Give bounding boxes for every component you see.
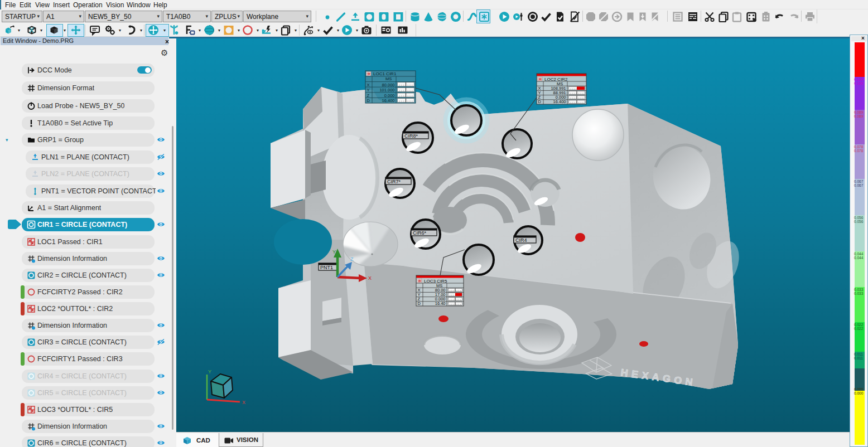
svg-text:PNT1: PNT1	[320, 265, 333, 270]
svg-text:MS: MS	[385, 76, 392, 81]
svg-text:16.400: 16.400	[382, 98, 395, 103]
svg-text:LOC2 CIR2: LOC2 CIR2	[544, 77, 568, 82]
svg-text:101.000: 101.000	[379, 88, 394, 93]
svg-text:CIR6*: CIR6*	[413, 230, 427, 236]
svg-text:X: X	[242, 400, 245, 405]
svg-text:Y: Y	[367, 88, 370, 93]
svg-text:Y: Y	[332, 249, 336, 255]
svg-text:D: D	[538, 99, 542, 104]
svg-text:16.400: 16.400	[553, 99, 566, 104]
svg-text:LOC3 CIR5: LOC3 CIR5	[424, 279, 447, 284]
svg-text:X: X	[368, 275, 372, 281]
svg-text:D: D	[367, 98, 370, 103]
svg-text:CIR8*: CIR8*	[404, 133, 418, 139]
svg-text:X: X	[367, 82, 370, 88]
svg-text:0.000: 0.000	[384, 93, 395, 98]
svg-text:80.000: 80.000	[382, 82, 395, 88]
svg-text:CIR4: CIR4	[515, 237, 527, 243]
svg-text:CIR7*: CIR7*	[387, 179, 401, 184]
svg-text:D: D	[418, 301, 421, 306]
svg-text:LOC1 CIR1: LOC1 CIR1	[373, 71, 397, 76]
svg-text:Y: Y	[208, 369, 211, 375]
svg-text:Z: Z	[350, 256, 354, 262]
svg-text:Z: Z	[367, 93, 370, 98]
svg-text:16.40: 16.40	[435, 301, 446, 306]
